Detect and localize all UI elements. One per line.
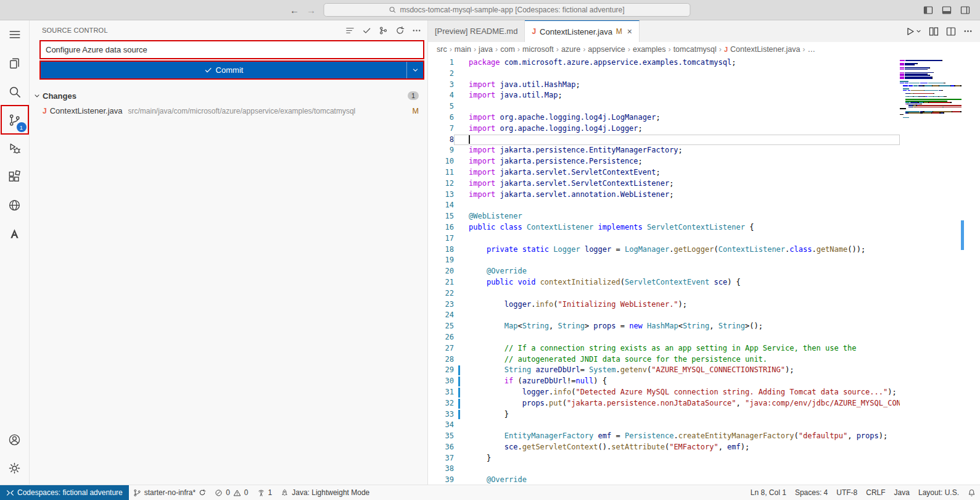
tab-readme-preview[interactable]: [Preview] README.md — [428, 20, 525, 42]
settings-button[interactable] — [0, 454, 30, 482]
code-line[interactable]: 12import jakarta.servlet.ServletContextL… — [428, 178, 900, 190]
menu-button[interactable] — [0, 20, 30, 49]
line-number: 6 — [428, 112, 454, 123]
sidebar-item-run-debug[interactable] — [0, 134, 30, 162]
code-line[interactable]: 32 props.put("jakarta.persistence.nonJta… — [428, 398, 900, 409]
changes-section-header[interactable]: Changes 1 — [30, 88, 427, 103]
problems-indicator[interactable]: 0 0 — [210, 485, 252, 500]
code-line[interactable]: 34 — [428, 420, 900, 431]
more-actions-icon[interactable] — [963, 27, 973, 36]
forward-icon[interactable]: → — [307, 5, 316, 15]
split-editor-icon[interactable] — [946, 27, 956, 36]
breadcrumb-file[interactable]: J ContextListener.java — [724, 45, 800, 54]
tab-contextlistener[interactable]: J ContextListener.java M × — [525, 20, 640, 42]
more-actions-icon[interactable] — [412, 26, 421, 35]
refresh-icon[interactable] — [395, 26, 405, 35]
java-status-indicator[interactable]: Java: Lightweight Mode — [276, 485, 374, 500]
code-line[interactable]: 27 // If a connection string exists as a… — [428, 343, 900, 354]
code-line[interactable]: 21 public void contextInitialized(Servle… — [428, 277, 900, 288]
cursor-position-indicator[interactable]: Ln 8, Col 1 — [746, 485, 791, 500]
ports-indicator[interactable]: 1 — [253, 485, 277, 500]
code-line[interactable]: 8 — [428, 135, 900, 146]
code-line[interactable]: 6import org.apache.logging.log4j.LogMana… — [428, 112, 900, 123]
commit-dropdown-button[interactable] — [406, 62, 423, 78]
code-line[interactable]: 26 — [428, 332, 900, 343]
changed-file-row[interactable]: J ContextListener.java src/main/java/com… — [30, 103, 427, 119]
breadcrumb-item[interactable]: com — [500, 45, 515, 54]
code-line[interactable]: 7import org.apache.logging.log4j.Logger; — [428, 123, 900, 135]
code-line[interactable]: 13import jakarta.servlet.annotation.WebL… — [428, 190, 900, 201]
code-lines: 1package com.microsoft.azure.appservice.… — [428, 57, 900, 485]
code-line[interactable]: 11import jakarta.servlet.ServletContextE… — [428, 167, 900, 178]
code-line[interactable]: 25 Map<String, String> props = new HashM… — [428, 321, 900, 332]
code-line[interactable]: 31 logger.info("Detected Azure MySQL con… — [428, 387, 900, 398]
layout-indicator[interactable]: Layout: U.S. — [914, 485, 963, 500]
command-center-search[interactable]: msdocs-tomcat-mysql-sample-app [Codespac… — [323, 3, 690, 17]
code-line[interactable]: 19 — [428, 255, 900, 266]
breadcrumb-symbol-more[interactable]: … — [808, 45, 816, 54]
git-graph-icon[interactable] — [379, 26, 388, 35]
breadcrumb-item[interactable]: tomcatmysql — [673, 45, 717, 54]
breadcrumb-item[interactable]: main — [455, 45, 471, 54]
sidebar-item-source-control[interactable]: 1 — [0, 106, 30, 134]
code-line[interactable]: 16public class ContextListener implement… — [428, 222, 900, 233]
code-line[interactable]: 24 — [428, 310, 900, 321]
branch-indicator[interactable]: starter-no-infra* — [129, 485, 210, 500]
sidebar-item-search[interactable] — [0, 77, 30, 106]
sidebar-item-azure[interactable] — [0, 219, 30, 248]
sidebar-item-remote-explorer[interactable] — [0, 191, 30, 219]
breadcrumb-item[interactable]: appservice — [588, 45, 625, 54]
code-line[interactable]: 38 — [428, 464, 900, 475]
code-line[interactable]: 5 — [428, 101, 900, 112]
code-line[interactable]: 28 // autogenerated JNDI data source for… — [428, 354, 900, 365]
code-line[interactable]: 22 — [428, 288, 900, 299]
code-line[interactable]: 4import java.util.Map; — [428, 90, 900, 101]
run-java-button[interactable] — [905, 27, 921, 36]
breadcrumb-item[interactable]: src — [437, 45, 447, 54]
open-changes-icon[interactable] — [929, 27, 939, 36]
toggle-panel-icon[interactable] — [942, 6, 952, 15]
toggle-sidebar-icon[interactable] — [923, 6, 933, 15]
toggle-secondary-sidebar-icon[interactable] — [960, 6, 970, 15]
code-line[interactable]: 3import java.util.HashMap; — [428, 80, 900, 91]
remote-indicator[interactable]: Codespaces: fictional adventure — [0, 485, 129, 500]
account-button[interactable] — [0, 425, 30, 454]
code-line[interactable]: 20 @Override — [428, 266, 900, 277]
commit-message-input[interactable] — [41, 41, 423, 58]
code-line[interactable]: 15@WebListener — [428, 211, 900, 222]
commit-button[interactable]: Commit — [41, 62, 423, 78]
code-line[interactable]: 37 } — [428, 453, 900, 464]
view-and-sort-icon[interactable] — [345, 26, 355, 35]
language-indicator[interactable]: Java — [890, 485, 914, 500]
eol-indicator[interactable]: CRLF — [862, 485, 889, 500]
code-line[interactable]: 36 sce.getServletContext().setAttribute(… — [428, 442, 900, 453]
code-line[interactable]: 1package com.microsoft.azure.appservice.… — [428, 57, 900, 69]
code-line[interactable]: 30 if (azureDbUrl!=null) { — [428, 376, 900, 387]
code-line[interactable]: 10import jakarta.persistence.Persistence… — [428, 156, 900, 167]
close-icon[interactable]: × — [627, 27, 632, 36]
code-line[interactable]: 33 } — [428, 409, 900, 420]
commit-check-icon[interactable] — [362, 26, 371, 35]
minimap[interactable] — [900, 57, 961, 485]
code-line[interactable]: 35 EntityManagerFactory emf = Persistenc… — [428, 431, 900, 442]
indentation-indicator[interactable]: Spaces: 4 — [791, 485, 832, 500]
code-line[interactable]: 17 — [428, 233, 900, 244]
notifications-button[interactable] — [963, 485, 980, 500]
sidebar-item-extensions[interactable] — [0, 162, 30, 191]
breadcrumb-item[interactable]: microsoft — [522, 45, 554, 54]
code-line[interactable]: 18 private static Logger logger = LogMan… — [428, 244, 900, 256]
breadcrumb-item[interactable]: examples — [633, 45, 666, 54]
code-line[interactable]: 29 String azureDbUrl= System.getenv("AZU… — [428, 365, 900, 376]
breadcrumb-item[interactable]: azure — [561, 45, 580, 54]
code-line[interactable]: 14 — [428, 200, 900, 211]
line-number: 20 — [428, 266, 454, 277]
sidebar-item-explorer[interactable] — [0, 49, 30, 77]
code-line[interactable]: 9import jakarta.persistence.EntityManage… — [428, 145, 900, 156]
code-line[interactable]: 2 — [428, 69, 900, 80]
code-line[interactable]: 23 logger.info("Initializing WebListener… — [428, 299, 900, 310]
code-line[interactable]: 39 @Override — [428, 475, 900, 485]
breadcrumb-item[interactable]: java — [479, 45, 493, 54]
code-editor[interactable]: 1package com.microsoft.azure.appservice.… — [428, 57, 980, 485]
encoding-indicator[interactable]: UTF-8 — [832, 485, 862, 500]
back-icon[interactable]: ← — [290, 5, 299, 15]
